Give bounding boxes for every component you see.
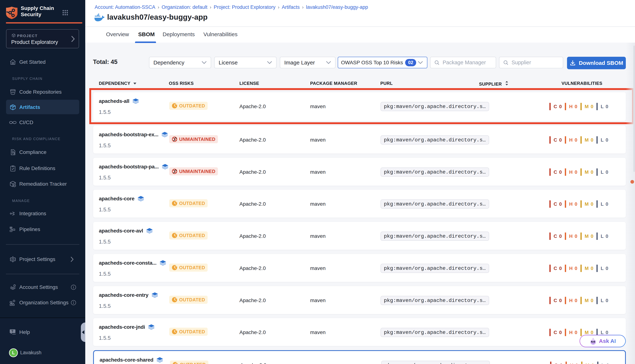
svg-text:?: ? [11, 329, 13, 333]
